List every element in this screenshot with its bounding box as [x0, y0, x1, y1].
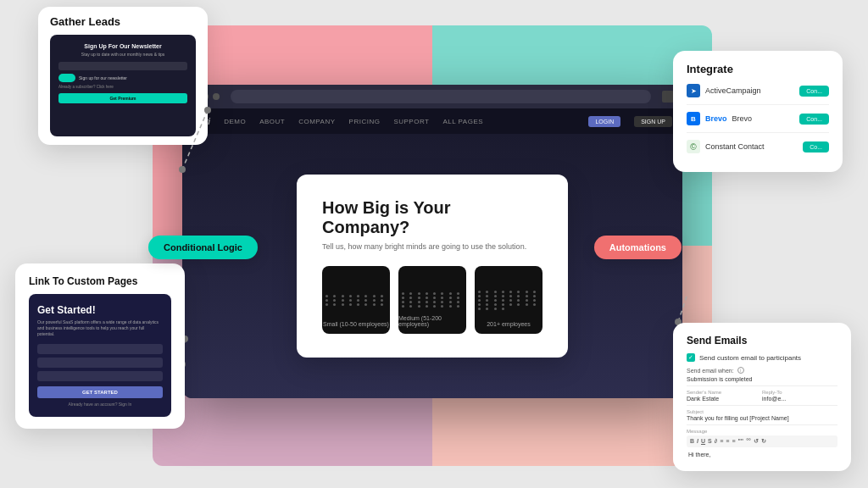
newsletter-link[interactable]: Already a subscriber? Click here [58, 85, 187, 89]
toolbar-strike[interactable]: S [708, 438, 712, 445]
integrate-row-ac: ➤ ActiveCampaign Con... [687, 84, 829, 105]
reply-to-label: Reply-To [762, 390, 837, 395]
toolbar-bold[interactable]: B [690, 438, 694, 445]
toolbar-align[interactable]: ≡ [732, 438, 735, 445]
integrate-brevo: B Brevo Brevo [687, 112, 752, 125]
get-started-inner: Get Started! Our powerful SaaS platform … [29, 294, 171, 417]
nav-about[interactable]: ABOUT [259, 118, 285, 125]
link-custom-pages-card: Link To Custom Pages Get Started! Our po… [15, 263, 185, 429]
get-started-heading: Get Started! [37, 304, 163, 316]
nav-login[interactable]: LOGIN [588, 116, 620, 127]
get-started-signin[interactable]: Already have an account? Sign In [37, 402, 163, 407]
browser-bar [182, 85, 682, 108]
sender-name-value: Dank Estate [687, 396, 762, 402]
brevo-name: Brevo [705, 114, 727, 123]
toolbar-code[interactable]: °° [746, 438, 751, 445]
newsletter-toggle[interactable] [58, 74, 75, 82]
email-sender-row: Sender's Name Dank Estate Reply-To info@… [687, 390, 837, 402]
activecampaign-button[interactable]: Con... [799, 86, 829, 97]
get-started-input-password[interactable] [37, 371, 163, 381]
message-value: Hi there, [687, 450, 837, 459]
send-when-label: Send email when: [687, 368, 734, 374]
toolbar-underline[interactable]: U [701, 438, 705, 445]
nav-signup[interactable]: SIGN UP [634, 116, 672, 127]
toolbar-redo[interactable]: ↻ [761, 438, 766, 445]
conditional-logic-pill[interactable]: Conditional Logic [148, 236, 258, 259]
quiz-title: How Big is Your Company? [322, 198, 542, 237]
nav-support[interactable]: SUPPORT [393, 118, 429, 125]
automations-pill[interactable]: Automations [594, 236, 682, 259]
newsletter-input[interactable] [58, 62, 187, 70]
quiz-subtitle: Tell us, how many bright minds are going… [322, 242, 542, 251]
checkbox-row: ✓ Send custom email to participants [687, 353, 837, 362]
subject-label: Subject [687, 409, 837, 414]
toolbar-list[interactable]: ≡ [720, 438, 723, 445]
toolbar-italic[interactable]: I [697, 438, 698, 445]
brevo-button[interactable]: Con... [799, 114, 829, 125]
gather-leads-title: Gather Leads [50, 15, 196, 28]
quiz-option-small[interactable]: Small (10-50 employees) [322, 266, 390, 334]
nav-pricing[interactable]: PRICING [349, 118, 381, 125]
newsletter-toggle-row: Sign up for our newsletter [58, 74, 187, 82]
quiz-card: How Big is Your Company? Tell us, how ma… [297, 175, 568, 358]
newsletter-sub: Stay up to date with our monthly news & … [58, 52, 187, 57]
quiz-option-large[interactable]: 201+ employees [475, 266, 542, 334]
integrate-row-brevo: B Brevo Brevo Con... [687, 112, 829, 133]
toolbar-link[interactable]: ∂ [715, 438, 717, 445]
constant-contact-button[interactable]: Co... [803, 141, 829, 152]
link-custom-title: Link To Custom Pages [29, 275, 171, 287]
browser-url-bar [231, 90, 651, 103]
integrate-constant-contact: © Constant Contact [687, 140, 765, 153]
get-started-input-email[interactable] [37, 358, 163, 368]
reply-to-group: Reply-To info@e... [762, 390, 837, 402]
gather-leads-card: Gather Leads Sign Up For Our Newsletter … [38, 7, 208, 145]
newsletter-inner: Sign Up For Our Newsletter Stay up to da… [50, 35, 196, 136]
send-when-row: Send email when: i [687, 367, 837, 374]
message-label: Message [687, 429, 837, 434]
toolbar-undo[interactable]: ↺ [754, 438, 759, 445]
toolbar-list2[interactable]: ≡ [726, 438, 729, 445]
integrate-title: Integrate [687, 63, 829, 75]
brevo-label: Brevo [732, 114, 753, 123]
constant-contact-label: Constant Contact [705, 142, 765, 151]
browser-icon-1 [662, 91, 674, 103]
nav-all-pages[interactable]: ALL PAGES [442, 118, 483, 125]
constant-contact-icon: © [687, 140, 700, 153]
info-icon: i [737, 367, 744, 374]
toolbar-quote[interactable]: "" [738, 438, 744, 445]
divider-3 [687, 424, 837, 425]
send-email-checkbox[interactable]: ✓ [687, 353, 695, 362]
newsletter-toggle-label: Sign up for our newsletter [79, 75, 127, 80]
send-emails-card: Send Emails ✓ Send custom email to parti… [673, 323, 851, 471]
integrate-card: Integrate ➤ ActiveCampaign Con... B Brev… [673, 51, 843, 172]
quiz-option-medium-label: Medium (51-200 employees) [398, 315, 466, 327]
quiz-option-small-label: Small (10-50 employees) [323, 321, 389, 327]
newsletter-heading: Sign Up For Our Newsletter [58, 43, 187, 49]
sender-name-label: Sender's Name [687, 390, 762, 395]
get-started-button[interactable]: GET STARTED [37, 386, 163, 398]
divider-1 [687, 385, 837, 386]
email-toolbar: B I U S ∂ ≡ ≡ ≡ "" °° ↺ ↻ [687, 435, 837, 447]
activecampaign-icon: ➤ [687, 84, 700, 97]
browser-dot-3 [213, 93, 220, 100]
nav-demo[interactable]: DEMO [224, 118, 246, 125]
integrate-row-cc: © Constant Contact Co... [687, 140, 829, 160]
browser-nav: ersti DEMO ABOUT COMPANY PRICING SUPPORT… [182, 108, 682, 134]
send-emails-title: Send Emails [687, 335, 837, 347]
quiz-options: Small (10-50 employees) Medium (51-200 e… [322, 266, 542, 334]
get-started-input-username[interactable] [37, 344, 163, 354]
sender-name-group: Sender's Name Dank Estate [687, 390, 762, 402]
divider-2 [687, 405, 837, 406]
send-when-value: Submission is completed [687, 376, 837, 382]
browser-content: How Big is Your Company? Tell us, how ma… [182, 134, 682, 398]
quiz-option-medium[interactable]: Medium (51-200 employees) [398, 266, 466, 334]
newsletter-button[interactable]: Get Premium [58, 93, 187, 103]
subject-value: Thank you for filling out [Project Name] [687, 415, 837, 421]
brevo-icon: B [687, 112, 700, 125]
nav-company[interactable]: COMPANY [298, 118, 335, 125]
integrate-activecampaign: ➤ ActiveCampaign [687, 84, 761, 97]
checkbox-label: Send custom email to participants [699, 354, 801, 362]
quiz-option-large-label: 201+ employees [487, 321, 531, 327]
activecampaign-label: ActiveCampaign [705, 86, 761, 95]
get-started-description: Our powerful SaaS platform offers a wide… [37, 319, 163, 337]
